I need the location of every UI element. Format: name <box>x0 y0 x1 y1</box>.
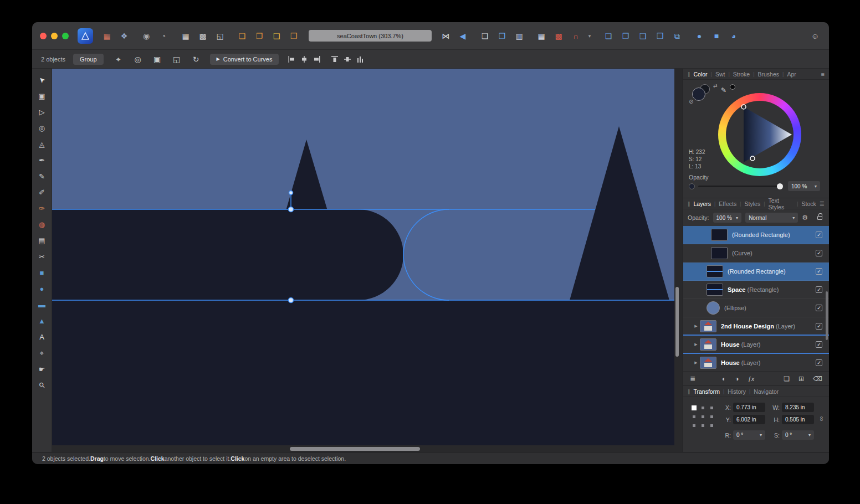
layer-row[interactable]: ▶2nd House Design (Layer)✓ <box>683 317 829 336</box>
swap-colors-icon[interactable]: ⇄ <box>713 83 718 89</box>
transform-origin-icon[interactable]: ◎ <box>132 53 144 65</box>
tab-navigator[interactable]: Navigator <box>754 388 779 395</box>
maximize-button[interactable] <box>62 33 69 39</box>
insert-target-icon[interactable]: ▩ <box>552 30 565 42</box>
edge-handle-top[interactable] <box>289 207 294 212</box>
new-group-icon[interactable]: ⊞ <box>798 375 804 383</box>
fill-color-well[interactable] <box>692 88 705 101</box>
tab-swatches[interactable]: Swt <box>715 71 725 78</box>
snapping-icon[interactable]: ∩ <box>570 30 582 42</box>
zoom-tool[interactable]: ⚲ <box>35 377 49 393</box>
layer-visibility-checkbox[interactable]: ✓ <box>816 341 822 348</box>
align-right-icon[interactable] <box>313 55 321 63</box>
show-grid-icon[interactable]: ▦ <box>180 30 192 42</box>
layer-thumbnail[interactable] <box>707 301 720 315</box>
align-left-icon[interactable] <box>288 55 295 63</box>
layer-thumbnail[interactable] <box>700 320 716 332</box>
canvas[interactable] <box>52 69 674 445</box>
panel-menu-icon[interactable]: ≡ <box>821 71 825 78</box>
pen-tool[interactable]: ✒ <box>35 152 49 168</box>
horizontal-scrollbar[interactable] <box>290 447 420 451</box>
no-fill-icon[interactable]: ⊘ <box>689 99 693 105</box>
rotation-icon[interactable]: ↻ <box>190 53 202 65</box>
divide-boolean-icon[interactable]: ❒ <box>654 30 666 42</box>
convert-to-curves-button[interactable]: ▶ Convert to Curves <box>210 54 279 65</box>
tab-brushes[interactable]: Brushes <box>758 71 780 78</box>
cycle-selection-box-icon[interactable]: ⌖ <box>112 53 125 65</box>
layer-thumbnail[interactable] <box>707 265 723 277</box>
opacity-value-dropdown[interactable]: 100 % ▾ <box>788 181 820 191</box>
rounded-rectangle-tool[interactable]: ▬ <box>35 297 49 313</box>
snapping-caret-icon[interactable]: ▾ <box>587 30 592 42</box>
color-picker-tool[interactable]: ⌖ <box>35 345 49 361</box>
flip-horizontal-icon[interactable]: ⋈ <box>439 30 452 42</box>
minimize-button[interactable] <box>51 33 58 39</box>
expand-arrow-icon[interactable]: ▶ <box>692 324 700 328</box>
tab-stroke[interactable]: Stroke <box>733 71 750 78</box>
text-tool[interactable]: A <box>35 329 49 345</box>
intersect-boolean-icon[interactable]: ❑ <box>637 30 649 42</box>
link-dimensions-icon[interactable]: ∞ <box>818 416 826 421</box>
layers-scrollbar[interactable] <box>826 291 828 340</box>
color-wheel[interactable] <box>718 93 801 176</box>
panel-grip-icon[interactable]: ∥ <box>688 71 690 77</box>
adjustment-layer-icon[interactable]: ◑ <box>735 375 739 383</box>
layer-visibility-checkbox[interactable]: ✓ <box>816 268 822 275</box>
rotation-dropdown[interactable]: 0 ° ▾ <box>733 430 765 440</box>
x-input[interactable]: 0.773 in <box>733 403 765 412</box>
panel-grip-icon[interactable]: ∥ <box>688 201 690 207</box>
brush-tool[interactable]: ✐ <box>35 184 49 200</box>
lock-icon[interactable] <box>817 216 822 220</box>
point-transform-tool[interactable]: ◎ <box>35 120 49 136</box>
subtract-boolean-icon[interactable]: ❐ <box>620 30 632 42</box>
tab-history[interactable]: History <box>728 388 746 395</box>
crop-tool[interactable]: ✂ <box>35 249 49 265</box>
layer-visibility-checkbox[interactable]: ✓ <box>816 359 822 366</box>
edit-selection-icon[interactable]: ❒ <box>288 30 300 42</box>
layer-visibility-checkbox[interactable]: ✓ <box>816 323 822 330</box>
layer-thumbnail[interactable] <box>700 338 716 351</box>
layer-thumbnail[interactable] <box>707 284 723 296</box>
layer-options-icon[interactable]: ≣ <box>690 375 695 383</box>
layer-row[interactable]: (Rounded Rectangle)✓ <box>683 226 829 244</box>
delete-layer-icon[interactable]: ⌫ <box>813 375 822 383</box>
distribute-icon[interactable] <box>356 55 364 63</box>
layer-row[interactable]: (Curve)✓ <box>683 244 829 263</box>
rectangle-tool[interactable]: ■ <box>35 265 49 281</box>
tab-appearance[interactable]: Apr <box>787 71 796 78</box>
layer-thumbnail[interactable] <box>711 229 728 241</box>
node-tool[interactable]: ▷ <box>35 104 49 120</box>
tab-effects[interactable]: Effects <box>719 200 736 207</box>
gear-icon[interactable]: ⚙ <box>802 214 808 222</box>
layer-visibility-checkbox[interactable]: ✓ <box>816 286 822 293</box>
opacity-slider-knob[interactable] <box>777 183 783 189</box>
dynamic-grid-icon[interactable]: ▦ <box>535 30 547 42</box>
hsl-triangle[interactable] <box>718 93 801 176</box>
affinity-designer-logo-icon[interactable] <box>78 28 93 44</box>
move-tool[interactable]: ➤ <box>35 72 49 88</box>
left-rounded-rectangle-shape[interactable] <box>52 209 403 300</box>
pencil-tool[interactable]: ✎ <box>35 168 49 184</box>
align-top-icon[interactable] <box>331 55 339 63</box>
vector-brush-tool[interactable]: ✑ <box>35 200 49 217</box>
pixel-persona-icon[interactable]: ▦ <box>101 30 113 42</box>
panel-menu-icon[interactable]: ≣ <box>820 200 825 207</box>
move-forward-icon[interactable]: ❏ <box>479 30 491 42</box>
tab-styles[interactable]: Styles <box>745 200 761 207</box>
flip-vertical-icon[interactable]: ◀ <box>457 30 469 42</box>
tab-transform[interactable]: Transform <box>694 388 720 395</box>
rect-op-icon[interactable]: ■ <box>710 30 723 42</box>
place-image-icon[interactable]: ◉ <box>140 30 152 42</box>
node-handle-top[interactable] <box>289 191 293 195</box>
layer-thumbnail[interactable] <box>700 357 716 369</box>
y-input[interactable]: 6.002 in <box>733 415 765 424</box>
align-center-horizontal-icon[interactable] <box>300 55 308 63</box>
tab-text-styles[interactable]: Text Styles <box>769 197 794 210</box>
w-input[interactable]: 8.235 in <box>782 403 814 412</box>
contour-tool[interactable]: ◬ <box>35 136 49 152</box>
export-persona-icon[interactable]: ❖ <box>118 30 130 42</box>
document-title[interactable]: seaCoastTown (303.7%) <box>309 30 432 42</box>
anchor-point-selector[interactable] <box>691 405 715 429</box>
hide-selection-icon[interactable]: ▣ <box>151 53 163 65</box>
layer-row[interactable]: Space (Rectangle)✓ <box>683 281 829 299</box>
